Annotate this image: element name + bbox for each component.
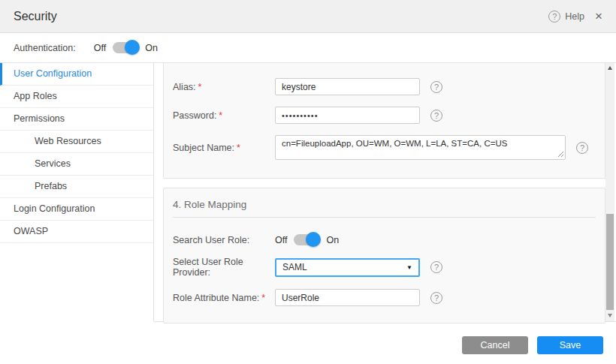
sidebar-item-login-configuration[interactable]: Login Configuration [0, 198, 153, 221]
help-label: Help [565, 11, 584, 22]
vertical-scrollbar[interactable] [605, 63, 614, 321]
help-button[interactable]: ? Help [548, 11, 584, 23]
required-asterisk: * [198, 82, 202, 92]
role-attribute-input[interactable] [275, 289, 420, 306]
password-label: Password:* [173, 110, 275, 121]
password-row: Password:* ? [173, 107, 596, 124]
scrollbar-up-icon[interactable] [605, 63, 614, 72]
scrollbar-thumb[interactable] [606, 214, 614, 310]
dropdown-arrow-icon: ▼ [406, 264, 412, 271]
authentication-row: Authentication: Off On [0, 33, 616, 63]
subject-name-wrap: cn=FileuploadApp, OU=WM, O=WM, L=LA, ST=… [275, 135, 566, 160]
role-attribute-help-icon[interactable]: ? [430, 292, 442, 304]
subject-name-label: Subject Name:* [173, 143, 275, 153]
header-actions: ? Help × [548, 10, 602, 23]
required-asterisk: * [219, 110, 222, 121]
sidebar-item-prefabs[interactable]: Prefabs [0, 176, 153, 198]
role-attribute-label: Role Attribute Name:* [173, 293, 275, 303]
password-help-icon[interactable]: ? [430, 110, 442, 122]
resize-handle-icon[interactable] [557, 151, 564, 158]
keystore-card: Alias:* ? Password:* ? Subject Name:* cn… [163, 63, 605, 179]
role-provider-row: Select User Role Provider: SAML ▼ ? [173, 257, 596, 278]
user-role-provider-select[interactable]: SAML ▼ [275, 258, 420, 277]
sidebar-item-owasp[interactable]: OWASP [0, 221, 153, 243]
toggle-knob [306, 232, 321, 247]
alias-row: Alias:* ? [173, 78, 596, 95]
alias-input[interactable] [275, 78, 420, 95]
role-provider-label: Select User Role Provider: [173, 257, 275, 278]
body: User Configuration App Roles Permissions… [0, 63, 616, 321]
password-input[interactable] [275, 107, 420, 124]
search-user-role-row: Search User Role: Off On [173, 234, 596, 245]
search-user-role-toggle[interactable] [294, 234, 319, 245]
role-attribute-row: Role Attribute Name:* ? [173, 289, 596, 306]
subject-name-textarea[interactable]: cn=FileuploadApp, OU=WM, O=WM, L=LA, ST=… [275, 135, 566, 160]
cancel-button[interactable]: Cancel [462, 336, 528, 354]
help-icon: ? [548, 11, 560, 23]
search-role-off-label: Off [275, 235, 287, 245]
page-title: Security [14, 10, 57, 23]
section-divider [173, 217, 596, 218]
search-role-on-label: On [326, 235, 339, 245]
alias-label: Alias:* [173, 82, 275, 92]
toggle-knob [125, 40, 140, 55]
subject-name-help-icon[interactable]: ? [576, 142, 588, 154]
authentication-label: Authentication: [14, 43, 76, 53]
required-asterisk: * [237, 143, 240, 153]
required-asterisk: * [261, 293, 265, 303]
search-user-role-label: Search User Role: [173, 235, 275, 245]
scrollbar-down-icon[interactable] [605, 311, 614, 320]
form-scroll-area: Alias:* ? Password:* ? Subject Name:* cn… [154, 63, 605, 323]
header: Security ? Help × [0, 0, 616, 33]
sidebar-item-web-resources[interactable]: Web Resources [0, 131, 153, 153]
role-mapping-section-title: 4. Role Mapping [173, 196, 596, 210]
sidebar: User Configuration App Roles Permissions… [0, 63, 154, 321]
role-mapping-card: 4. Role Mapping Search User Role: Off On… [163, 188, 605, 323]
sidebar-item-services[interactable]: Services [0, 153, 153, 176]
sidebar-item-permissions[interactable]: Permissions [0, 108, 153, 131]
footer: Cancel Save [154, 321, 616, 364]
save-button[interactable]: Save [537, 336, 603, 354]
subject-name-row: Subject Name:* cn=FileuploadApp, OU=WM, … [173, 135, 596, 160]
main-panel: Alias:* ? Password:* ? Subject Name:* cn… [154, 63, 616, 321]
auth-off-label: Off [94, 43, 106, 53]
auth-on-label: On [145, 43, 158, 53]
role-provider-help-icon[interactable]: ? [430, 261, 442, 273]
sidebar-item-user-configuration[interactable]: User Configuration [0, 63, 153, 86]
close-icon[interactable]: × [595, 10, 602, 23]
authentication-toggle[interactable] [113, 42, 138, 53]
alias-help-icon[interactable]: ? [430, 81, 442, 93]
selected-provider-value: SAML [282, 262, 307, 272]
sidebar-item-app-roles[interactable]: App Roles [0, 86, 153, 108]
